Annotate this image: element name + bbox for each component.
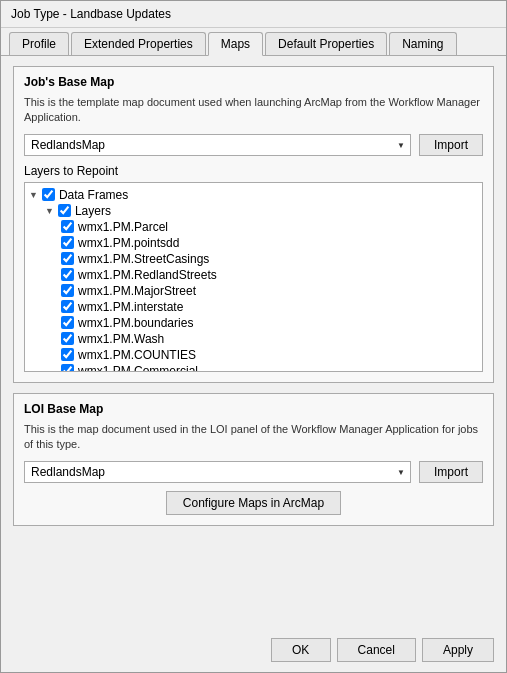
jobs-import-button[interactable]: Import bbox=[419, 134, 483, 156]
checkbox-layer-7[interactable] bbox=[61, 332, 74, 345]
main-content: Job's Base Map This is the template map … bbox=[1, 56, 506, 630]
tab-bar: Profile Extended Properties Maps Default… bbox=[1, 28, 506, 56]
loi-base-map-section: LOI Base Map This is the map document us… bbox=[13, 393, 494, 526]
tree-item-layer-7: wmx1.PM.Wash bbox=[61, 331, 478, 347]
tree-item-layers: ▼ Layers bbox=[45, 203, 478, 219]
tab-profile[interactable]: Profile bbox=[9, 32, 69, 55]
expand-icon-layers[interactable]: ▼ bbox=[45, 206, 54, 216]
jobs-map-select-row: RedlandsMap Import bbox=[24, 134, 483, 156]
configure-btn-row: Configure Maps in ArcMap bbox=[24, 491, 483, 515]
layers-to-repoint-section: Layers to Repoint ▼ Data Frames ▼ Layers bbox=[24, 164, 483, 372]
checkbox-layers[interactable] bbox=[58, 204, 71, 217]
layers-label: Layers bbox=[75, 204, 111, 218]
configure-maps-button[interactable]: Configure Maps in ArcMap bbox=[166, 491, 341, 515]
tree-item-layer-9: wmx1.PM.Commercial bbox=[61, 363, 478, 372]
tree-item-layer-5: wmx1.PM.interstate bbox=[61, 299, 478, 315]
checkbox-layer-1[interactable] bbox=[61, 236, 74, 249]
loi-import-button[interactable]: Import bbox=[419, 461, 483, 483]
tree-item-layer-3: wmx1.PM.RedlandStreets bbox=[61, 267, 478, 283]
jobs-map-select-wrapper[interactable]: RedlandsMap bbox=[24, 134, 411, 156]
ok-button[interactable]: OK bbox=[271, 638, 331, 662]
bottom-buttons: OK Cancel Apply bbox=[1, 630, 506, 672]
loi-map-select-row: RedlandsMap Import bbox=[24, 461, 483, 483]
title-bar: Job Type - Landbase Updates bbox=[1, 1, 506, 28]
loi-map-select-wrapper[interactable]: RedlandsMap bbox=[24, 461, 411, 483]
checkbox-layer-8[interactable] bbox=[61, 348, 74, 361]
tab-default-properties[interactable]: Default Properties bbox=[265, 32, 387, 55]
checkbox-layer-3[interactable] bbox=[61, 268, 74, 281]
loi-base-map-desc: This is the map document used in the LOI… bbox=[24, 422, 483, 453]
tab-naming[interactable]: Naming bbox=[389, 32, 456, 55]
loi-base-map-label: LOI Base Map bbox=[24, 402, 483, 416]
expand-icon-data-frames[interactable]: ▼ bbox=[29, 190, 38, 200]
tree-item-data-frames: ▼ Data Frames bbox=[29, 187, 478, 203]
tab-extended-properties[interactable]: Extended Properties bbox=[71, 32, 206, 55]
jobs-base-map-section: Job's Base Map This is the template map … bbox=[13, 66, 494, 383]
checkbox-data-frames[interactable] bbox=[42, 188, 55, 201]
checkbox-layer-2[interactable] bbox=[61, 252, 74, 265]
jobs-map-select[interactable]: RedlandsMap bbox=[24, 134, 411, 156]
window-title: Job Type - Landbase Updates bbox=[11, 7, 171, 21]
tree-item-layer-8: wmx1.PM.COUNTIES bbox=[61, 347, 478, 363]
layers-tree[interactable]: ▼ Data Frames ▼ Layers wmx1.PM.Parcel bbox=[24, 182, 483, 372]
tree-item-layer-0: wmx1.PM.Parcel bbox=[61, 219, 478, 235]
tree-item-layer-6: wmx1.PM.boundaries bbox=[61, 315, 478, 331]
tree-item-layer-2: wmx1.PM.StreetCasings bbox=[61, 251, 478, 267]
jobs-base-map-label: Job's Base Map bbox=[24, 75, 483, 89]
checkbox-layer-6[interactable] bbox=[61, 316, 74, 329]
cancel-button[interactable]: Cancel bbox=[337, 638, 416, 662]
layers-to-repoint-label: Layers to Repoint bbox=[24, 164, 483, 178]
tab-maps[interactable]: Maps bbox=[208, 32, 263, 56]
checkbox-layer-9[interactable] bbox=[61, 364, 74, 372]
checkbox-layer-4[interactable] bbox=[61, 284, 74, 297]
jobs-base-map-desc: This is the template map document used w… bbox=[24, 95, 483, 126]
data-frames-label: Data Frames bbox=[59, 188, 128, 202]
tree-item-layer-1: wmx1.PM.pointsdd bbox=[61, 235, 478, 251]
tree-item-layer-4: wmx1.PM.MajorStreet bbox=[61, 283, 478, 299]
apply-button[interactable]: Apply bbox=[422, 638, 494, 662]
checkbox-layer-0[interactable] bbox=[61, 220, 74, 233]
checkbox-layer-5[interactable] bbox=[61, 300, 74, 313]
main-window: Job Type - Landbase Updates Profile Exte… bbox=[0, 0, 507, 673]
loi-map-select[interactable]: RedlandsMap bbox=[24, 461, 411, 483]
